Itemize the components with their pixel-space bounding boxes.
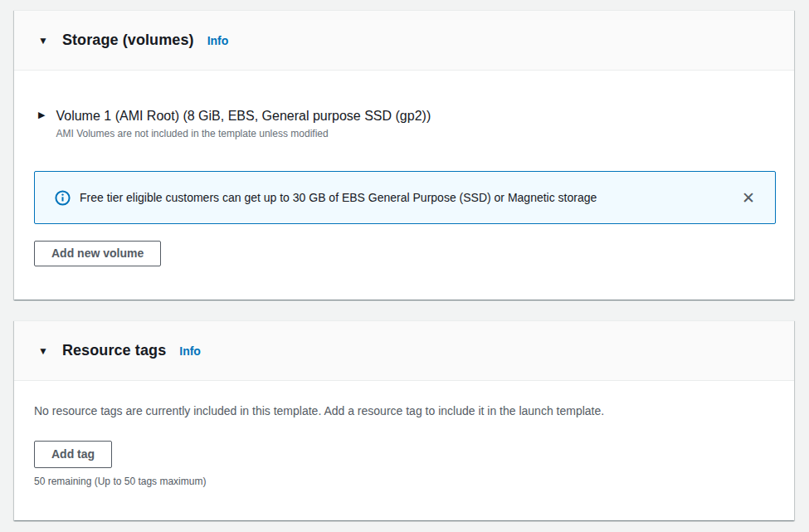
tags-section-title: Resource tags [62,342,166,359]
volume-title: Volume 1 (AMI Root) (8 GiB, EBS, General… [56,108,431,124]
storage-info-link[interactable]: Info [207,34,229,47]
storage-section-body: ▶ Volume 1 (AMI Root) (8 GiB, EBS, Gener… [14,71,794,300]
page: ▼ Storage (volumes) Info ▶ Volume 1 (AMI… [0,0,809,531]
storage-section-header[interactable]: ▼ Storage (volumes) Info [14,11,794,71]
storage-section-title: Storage (volumes) [62,32,194,49]
free-tier-alert: Free tier eligible customers can get up … [34,171,776,224]
add-new-volume-button[interactable]: Add new volume [34,241,161,266]
resource-tags-section: ▼ Resource tags Info No resource tags ar… [14,320,794,520]
caret-down-icon[interactable]: ▼ [38,36,48,46]
storage-volumes-section: ▼ Storage (volumes) Info ▶ Volume 1 (AMI… [14,10,794,300]
volume-text-block: Volume 1 (AMI Root) (8 GiB, EBS, General… [56,108,431,140]
caret-right-icon[interactable]: ▶ [38,110,45,120]
close-icon[interactable]: ✕ [740,190,757,206]
caret-down-icon[interactable]: ▼ [38,346,48,356]
tags-remaining-note: 50 remaining (Up to 50 tags maximum) [34,475,776,488]
tags-info-link[interactable]: Info [179,344,201,358]
volume-subtitle: AMI Volumes are not included in the temp… [56,127,431,140]
tags-section-header[interactable]: ▼ Resource tags Info [14,321,794,381]
volume-expander[interactable]: ▶ Volume 1 (AMI Root) (8 GiB, EBS, Gener… [34,108,776,140]
alert-message: Free tier eligible customers can get up … [80,188,597,207]
add-tag-button[interactable]: Add tag [34,441,112,468]
info-circle-icon [55,190,71,206]
tags-empty-message: No resource tags are currently included … [34,403,776,419]
tags-section-body: No resource tags are currently included … [14,381,794,520]
